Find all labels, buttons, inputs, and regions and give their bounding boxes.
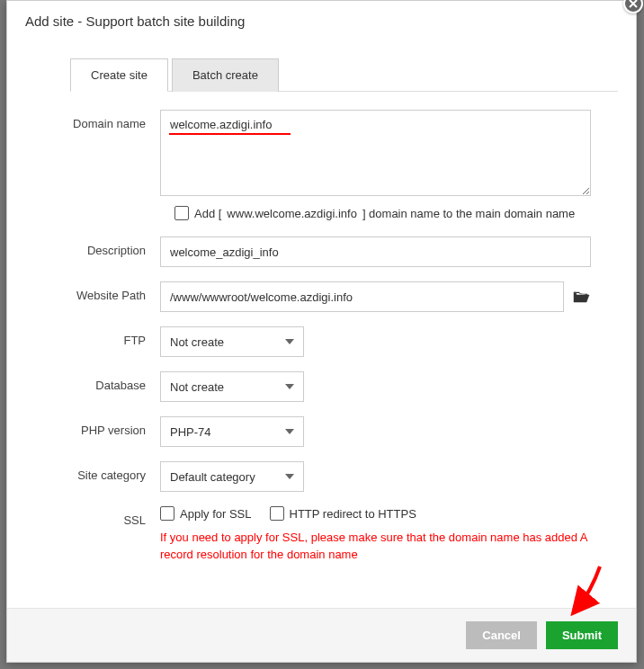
ftp-select-value: Not create (170, 335, 224, 349)
domain-name-input[interactable] (160, 110, 591, 196)
add-www-domain-text: www.welcome.azdigi.info (227, 207, 357, 220)
category-label: Site category (34, 461, 160, 482)
tab-batch-create[interactable]: Batch create (172, 58, 279, 92)
site-category-select[interactable]: Default category (160, 461, 304, 492)
apply-ssl-checkbox[interactable] (160, 506, 174, 521)
dialog-footer: Cancel Submit (7, 608, 636, 662)
ftp-select[interactable]: Not create (160, 326, 304, 357)
chevron-down-icon (285, 429, 294, 434)
database-select-value: Not create (170, 380, 224, 394)
ssl-warning-text: If you need to apply for SSL, please mak… (160, 530, 591, 564)
add-www-checkbox[interactable] (174, 206, 189, 220)
path-label: Website Path (34, 281, 160, 302)
chevron-down-icon (285, 339, 294, 344)
http-redirect-label: HTTP redirect to HTTPS (290, 507, 416, 521)
tab-create-site[interactable]: Create site (70, 58, 168, 92)
chevron-down-icon (285, 384, 294, 389)
php-select-value: PHP-74 (170, 425, 211, 439)
domain-label: Domain name (34, 110, 160, 130)
add-site-dialog: Add site - Support batch site building C… (6, 0, 637, 663)
ssl-label: SSL (34, 506, 160, 527)
chevron-down-icon (285, 474, 294, 479)
php-label: PHP version (34, 416, 160, 437)
category-select-value: Default category (170, 470, 255, 484)
add-www-text-suffix: ] domain name to the main domain name (362, 207, 575, 220)
folder-open-icon[interactable] (573, 290, 591, 304)
ftp-label: FTP (34, 326, 160, 347)
cancel-button[interactable]: Cancel (466, 621, 537, 649)
description-label: Description (34, 236, 160, 257)
database-label: Database (34, 371, 160, 392)
description-input[interactable] (160, 236, 591, 267)
apply-ssl-label: Apply for SSL (180, 507, 252, 521)
close-icon (629, 0, 638, 8)
php-version-select[interactable]: PHP-74 (160, 416, 304, 447)
site-tabs: Create site Batch create (70, 58, 618, 92)
submit-button[interactable]: Submit (546, 621, 618, 649)
http-redirect-checkbox[interactable] (270, 506, 284, 521)
dialog-title: Add site - Support batch site building (7, 1, 636, 40)
add-www-text-prefix: Add [ (194, 207, 221, 220)
website-path-input[interactable] (160, 281, 564, 312)
database-select[interactable]: Not create (160, 371, 304, 402)
